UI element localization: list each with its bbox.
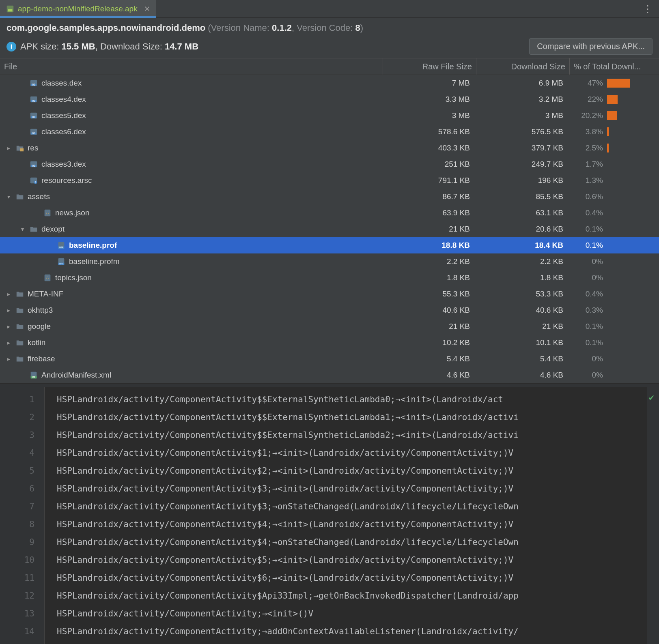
line-number: 3 <box>3 426 34 444</box>
raw-size: 63.9 KB <box>383 208 476 217</box>
chevron-right-icon[interactable]: ▸ <box>5 323 12 330</box>
file-name-cell: ▸?resources.arsc <box>0 176 383 185</box>
table-row[interactable]: ▸?resources.arsc791.1 KB196 KB1.3% <box>0 172 659 189</box>
prof-file-icon: HPR <box>57 257 66 266</box>
percent-bar-cell <box>606 95 659 104</box>
col-download[interactable]: Download Size <box>476 58 570 75</box>
code-line: HSPLandroidx/activity/ComponentActivity$… <box>57 462 647 480</box>
table-row[interactable]: ▸HPRbaseline.profm2.2 KB2.2 KB0% <box>0 253 659 270</box>
dex-file-icon: 01 <box>29 79 38 88</box>
table-row[interactable]: ▸okhttp340.6 KB40.6 KB0.3% <box>0 302 659 318</box>
file-name-cell: ▸HPRbaseline.profm <box>0 257 383 266</box>
percent: 22% <box>570 95 606 104</box>
line-number: 11 <box>3 569 34 587</box>
percent-bar-cell <box>606 144 659 152</box>
package-line: com.google.samples.apps.nowinandroid.dem… <box>6 23 653 33</box>
chevron-right-icon[interactable]: ▸ <box>5 145 12 151</box>
compare-button[interactable]: Compare with previous APK... <box>529 38 653 55</box>
table-row[interactable]: ▸{}news.json63.9 KB63.1 KB0.4% <box>0 205 659 221</box>
percent-bar-cell <box>606 79 659 88</box>
file-name-cell: ▸google <box>0 322 383 331</box>
raw-size: 7 MB <box>383 79 476 88</box>
tab-label: app-demo-nonMinifiedRelease.apk <box>18 4 138 13</box>
file-name: res <box>28 144 38 152</box>
folder-icon <box>15 306 24 315</box>
svg-text:{}: {} <box>46 276 49 280</box>
percent: 0.3% <box>570 306 606 315</box>
dex-file-icon: 01 <box>29 127 38 136</box>
col-raw[interactable]: Raw File Size <box>383 58 476 75</box>
table-row[interactable]: ▸{}topics.json1.8 KB1.8 KB0% <box>0 270 659 286</box>
dex-file-icon: 01 <box>29 160 38 169</box>
line-number: 14 <box>3 623 34 640</box>
file-name: META-INF <box>28 290 63 298</box>
table-row[interactable]: ▸META-INF55.3 KB53.3 KB0.4% <box>0 286 659 302</box>
code-line: HSPLandroidx/activity/ComponentActivity$… <box>57 551 647 569</box>
download-size: 63.1 KB <box>476 208 570 217</box>
table-row[interactable]: ▸HPRbaseline.prof18.8 KB18.4 KB0.1% <box>0 237 659 253</box>
raw-size: 251 KB <box>383 160 476 169</box>
file-name: okhttp3 <box>28 306 53 315</box>
file-name: classes3.dex <box>41 160 86 169</box>
line-number: 6 <box>3 480 34 498</box>
size-text: APK size: 15.5 MB, Download Size: 14.7 M… <box>20 41 198 52</box>
col-file[interactable]: File <box>0 58 383 75</box>
file-name-cell: ▸firebase <box>0 354 383 363</box>
raw-size: 18.8 KB <box>383 241 476 250</box>
percent: 1.3% <box>570 176 606 185</box>
file-name-cell: ▸MFAndroidManifest.xml <box>0 371 383 380</box>
download-size: 249.7 KB <box>476 160 570 169</box>
table-row[interactable]: ▸01classes3.dex251 KB249.7 KB1.7% <box>0 156 659 172</box>
chevron-down-icon[interactable]: ▾ <box>5 193 12 200</box>
chevron-right-icon[interactable]: ▸ <box>5 356 12 362</box>
download-size: 196 KB <box>476 176 570 185</box>
svg-text:01: 01 <box>32 83 35 86</box>
close-icon[interactable]: ✕ <box>144 4 150 13</box>
check-icon: ✔ <box>649 392 654 402</box>
col-percent[interactable]: % of Total Downl... <box>570 62 659 71</box>
code-line: HSPLandroidx/activity/ComponentActivity$… <box>57 587 647 605</box>
table-row[interactable]: ▸01classes.dex7 MB6.9 MB47% <box>0 75 659 91</box>
table-row[interactable]: ▸01classes6.dex578.6 KB576.5 KB3.8% <box>0 124 659 140</box>
table-row[interactable]: ▸google21 KB21 KB0.1% <box>0 318 659 335</box>
percent-bar-cell <box>606 111 659 120</box>
percent-bar <box>607 111 617 120</box>
chevron-right-icon[interactable]: ▸ <box>5 339 12 346</box>
chevron-down-icon[interactable]: ▾ <box>19 226 26 232</box>
download-size: 85.5 KB <box>476 192 570 201</box>
percent: 1.7% <box>570 160 606 169</box>
dex-file-icon: 01 <box>29 111 38 120</box>
table-row[interactable]: ▾dexopt21 KB20.6 KB0.1% <box>0 221 659 237</box>
pane-divider[interactable] <box>0 383 659 387</box>
file-name: baseline.prof <box>69 241 117 250</box>
kebab-menu-icon[interactable]: ⋮ <box>636 3 659 15</box>
raw-size: 5.4 KB <box>383 354 476 363</box>
chevron-right-icon[interactable]: ▸ <box>5 291 12 297</box>
percent: 20.2% <box>570 111 606 120</box>
info-icon: i <box>6 42 16 52</box>
folder-icon <box>15 354 24 363</box>
percent: 47% <box>570 79 606 88</box>
tab-apk[interactable]: app-demo-nonMinifiedRelease.apk ✕ <box>0 0 156 17</box>
folder-icon <box>15 338 24 347</box>
table-row[interactable]: ▾assets86.7 KB85.5 KB0.6% <box>0 189 659 205</box>
raw-size: 1.8 KB <box>383 273 476 282</box>
file-name: assets <box>28 192 50 201</box>
table-row[interactable]: ▸01classes4.dex3.3 MB3.2 MB22% <box>0 91 659 107</box>
raw-size: 4.6 KB <box>383 371 476 380</box>
table-row[interactable]: ▸MFAndroidManifest.xml4.6 KB4.6 KB0% <box>0 367 659 383</box>
table-row[interactable]: ▸kotlin10.2 KB10.1 KB0.1% <box>0 335 659 351</box>
chevron-right-icon[interactable]: ▸ <box>5 307 12 313</box>
line-number: 13 <box>3 605 34 623</box>
file-name-cell: ▸HPRbaseline.prof <box>0 241 383 250</box>
file-tree[interactable]: ▸01classes.dex7 MB6.9 MB47%▸01classes4.d… <box>0 75 659 383</box>
download-size: 21 KB <box>476 322 570 331</box>
table-row[interactable]: ▸firebase5.4 KB5.4 KB0% <box>0 351 659 367</box>
svg-text:HPR: HPR <box>59 263 63 265</box>
table-row[interactable]: ▸res403.3 KB379.7 KB2.5% <box>0 140 659 156</box>
code-content[interactable]: HSPLandroidx/activity/ComponentActivity$… <box>45 387 647 644</box>
folder-icon <box>15 144 24 152</box>
percent: 2.5% <box>570 144 606 152</box>
table-header: File Raw File Size Download Size % of To… <box>0 58 659 75</box>
table-row[interactable]: ▸01classes5.dex3 MB3 MB20.2% <box>0 107 659 124</box>
